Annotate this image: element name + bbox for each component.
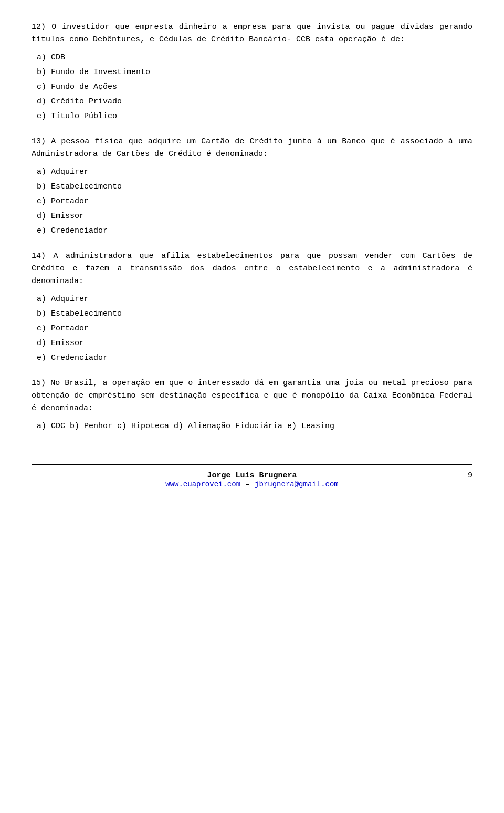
footer-website-link[interactable]: www.euaprovei.com bbox=[165, 480, 240, 488]
footer-row: Jorge Luís Brugnera www.euaprovei.com – … bbox=[32, 471, 472, 489]
question-14-text: 14) A administradora que afilia estabele… bbox=[32, 250, 472, 288]
q12-option-d: d) Crédito Privado bbox=[37, 96, 472, 108]
footer: Jorge Luís Brugnera www.euaprovei.com – … bbox=[32, 464, 472, 489]
footer-center: Jorge Luís Brugnera www.euaprovei.com – … bbox=[32, 471, 472, 489]
q13-option-a: a) Adquirer bbox=[37, 166, 472, 179]
q13-option-e: e) Credenciador bbox=[37, 225, 472, 237]
question-13: 13) A pessoa física que adquire um Cartã… bbox=[32, 136, 472, 237]
q12-option-b: b) Fundo de Investimento bbox=[37, 66, 472, 79]
footer-separator: – bbox=[245, 480, 255, 489]
q13-option-d: d) Emissor bbox=[37, 210, 472, 223]
q14-option-e: e) Credenciador bbox=[37, 352, 472, 364]
question-14: 14) A administradora que afilia estabele… bbox=[32, 250, 472, 364]
question-14-options: a) Adquirer b) Estabelecimento c) Portad… bbox=[32, 293, 472, 364]
question-15-text: 15) No Brasil, a operação em que o inter… bbox=[32, 377, 472, 415]
footer-author-name: Jorge Luís Brugnera bbox=[32, 471, 472, 480]
q12-option-c: c) Fundo de Ações bbox=[37, 81, 472, 93]
question-12: 12) O investidor que empresta dinheiro a… bbox=[32, 21, 472, 123]
question-15-options: a) CDC b) Penhor c) Hipoteca d) Alienaçã… bbox=[32, 420, 472, 433]
q14-option-a: a) Adquirer bbox=[37, 293, 472, 306]
question-12-text: 12) O investidor que empresta dinheiro a… bbox=[32, 21, 472, 46]
footer-links: www.euaprovei.com – jbrugnera@gmail.com bbox=[32, 480, 472, 489]
q15-options-inline: a) CDC b) Penhor c) Hipoteca d) Alienaçã… bbox=[37, 420, 472, 433]
question-13-options: a) Adquirer b) Estabelecimento c) Portad… bbox=[32, 166, 472, 237]
question-15: 15) No Brasil, a operação em que o inter… bbox=[32, 377, 472, 433]
q13-option-b: b) Estabelecimento bbox=[37, 181, 472, 193]
footer-email-link[interactable]: jbrugnera@gmail.com bbox=[255, 480, 339, 488]
q14-option-d: d) Emissor bbox=[37, 337, 472, 350]
question-13-text: 13) A pessoa física que adquire um Cartã… bbox=[32, 136, 472, 161]
q12-option-e: e) Título Público bbox=[37, 110, 472, 123]
q13-option-c: c) Portador bbox=[37, 195, 472, 208]
q12-option-a: a) CDB bbox=[37, 51, 472, 64]
question-12-options: a) CDB b) Fundo de Investimento c) Fundo… bbox=[32, 51, 472, 123]
footer-page-number: 9 bbox=[468, 471, 472, 480]
q14-option-c: c) Portador bbox=[37, 322, 472, 335]
q14-option-b: b) Estabelecimento bbox=[37, 308, 472, 320]
